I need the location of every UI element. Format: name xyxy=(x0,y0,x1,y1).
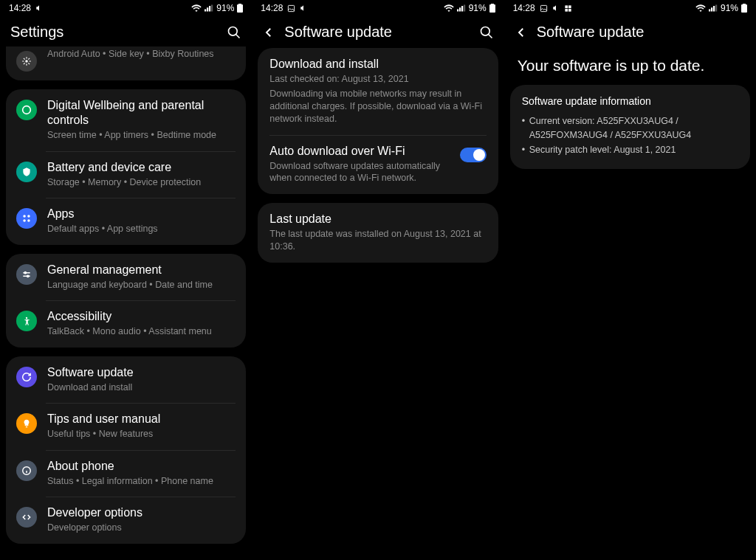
signal-icon xyxy=(709,4,718,12)
status-battery: 91% xyxy=(469,3,487,13)
svg-rect-40 xyxy=(741,4,747,13)
mute-icon xyxy=(35,4,43,12)
svg-rect-26 xyxy=(464,5,465,12)
svg-point-13 xyxy=(27,219,30,222)
item-title: Digital Wellbeing and parental controls xyxy=(47,98,236,128)
item-sub: Download and install xyxy=(47,381,236,395)
setting-auto-download[interactable]: Auto download over Wi-Fi Download softwa… xyxy=(258,135,498,195)
settings-item-developer-options[interactable]: Developer options Developer options xyxy=(6,497,246,544)
item-title: Battery and device care xyxy=(47,160,236,175)
battery-icon xyxy=(741,4,747,13)
svg-rect-39 xyxy=(715,5,717,12)
info-line-version: Current version: A525FXXU3AUG4 / A525FOX… xyxy=(522,114,738,143)
screen-settings: 14:28 91% Settings xyxy=(0,0,252,560)
item-title: Developer options xyxy=(47,505,236,520)
screen-software-update: 14:28 91% Software update xyxy=(252,0,504,560)
page-title: Software update xyxy=(537,24,746,41)
settings-group-general: General management Language and keyboard… xyxy=(6,254,246,348)
item-title: Software update xyxy=(47,365,236,380)
settings-item-about-phone[interactable]: About phone Status • Legal information •… xyxy=(6,450,246,497)
status-bar: 14:28 91% xyxy=(504,0,756,16)
svg-point-17 xyxy=(27,275,29,277)
svg-line-30 xyxy=(488,34,492,38)
svg-rect-31 xyxy=(540,5,546,11)
wellbeing-icon xyxy=(16,100,37,120)
settings-group-care: Digital Wellbeing and parental controls … xyxy=(6,89,246,245)
setting-last-update[interactable]: Last update The last update was installe… xyxy=(258,203,498,263)
svg-point-6 xyxy=(229,27,238,35)
wifi-icon xyxy=(191,4,202,12)
header: Software update xyxy=(504,16,756,48)
svg-rect-22 xyxy=(289,5,295,11)
info-title: Software update information xyxy=(522,95,738,107)
svg-rect-4 xyxy=(237,4,243,13)
settings-item-accessibility[interactable]: Accessibility TalkBack • Mono audio • As… xyxy=(6,300,246,348)
update-info-card: Software update information Current vers… xyxy=(510,85,750,169)
back-button[interactable] xyxy=(262,26,275,39)
setting-download-install[interactable]: Download and install Last checked on: Au… xyxy=(258,48,498,135)
item-sub: Language and keyboard • Date and time xyxy=(47,279,236,292)
svg-rect-36 xyxy=(709,10,710,12)
svg-point-8 xyxy=(25,60,28,63)
item-title: General management xyxy=(47,263,236,277)
status-bar: 14:28 91% xyxy=(252,0,504,16)
item-sub: Developer options xyxy=(47,522,236,535)
screen-software-uptodate: 14:28 91% Sof xyxy=(504,0,756,560)
svg-rect-37 xyxy=(711,7,712,11)
image-icon xyxy=(287,4,295,13)
svg-point-11 xyxy=(27,215,30,218)
search-button[interactable] xyxy=(227,25,241,40)
item-sub: Default apps • App settings xyxy=(47,223,236,236)
settings-group-about: Software update Download and install Tip… xyxy=(6,356,246,544)
svg-point-9 xyxy=(23,106,31,114)
battery-icon xyxy=(489,4,495,13)
svg-line-7 xyxy=(236,34,240,38)
item-sub: Screen time • App timers • Bedtime mode xyxy=(47,129,236,142)
setting-sub-line2: Downloading via mobile networks may resu… xyxy=(269,88,486,125)
svg-point-16 xyxy=(24,272,26,273)
search-button[interactable] xyxy=(479,25,494,40)
item-title: Tips and user manual xyxy=(47,412,236,426)
settings-group-advanced: Android Auto • Side key • Bixby Routines xyxy=(6,46,246,80)
settings-item-tips[interactable]: Tips and user manual Useful tips • New f… xyxy=(6,403,246,450)
setting-title: Download and install xyxy=(269,58,486,71)
svg-rect-28 xyxy=(491,4,494,5)
update-options-card: Download and install Last checked on: Au… xyxy=(258,48,498,194)
developer-options-icon xyxy=(16,507,37,528)
settings-item-software-update[interactable]: Software update Download and install xyxy=(6,356,246,404)
uptodate-headline: Your software is up to date. xyxy=(504,48,756,85)
svg-point-10 xyxy=(23,215,25,218)
settings-item-battery-care[interactable]: Battery and device care Storage • Memory… xyxy=(6,151,246,198)
settings-item-apps[interactable]: Apps Default apps • App settings xyxy=(6,198,246,245)
info-line-security: Security patch level: August 1, 2021 xyxy=(522,143,738,157)
status-bar: 14:28 91% xyxy=(0,0,252,16)
mute-icon xyxy=(552,4,560,12)
svg-rect-38 xyxy=(713,6,715,12)
status-battery: 91% xyxy=(721,3,738,13)
setting-title: Last update xyxy=(269,212,486,226)
image-icon xyxy=(540,4,548,13)
settings-item-advanced-features[interactable]: Android Auto • Side key • Bixby Routines xyxy=(6,46,246,80)
back-button[interactable] xyxy=(515,26,528,39)
advanced-features-icon xyxy=(16,51,37,72)
auto-download-toggle[interactable] xyxy=(460,148,487,162)
mute-icon xyxy=(300,4,307,12)
signal-icon xyxy=(457,4,466,12)
setting-sub: The last update was installed on August … xyxy=(269,228,486,253)
item-title: Apps xyxy=(47,207,236,221)
status-battery: 91% xyxy=(216,3,234,13)
svg-rect-25 xyxy=(461,6,463,12)
status-time: 14:28 xyxy=(261,3,283,13)
svg-rect-23 xyxy=(457,10,458,12)
svg-rect-24 xyxy=(459,7,461,11)
item-sub: TalkBack • Mono audio • Assistant menu xyxy=(47,325,236,339)
settings-item-general-management[interactable]: General management Language and keyboard… xyxy=(6,254,246,301)
svg-rect-41 xyxy=(743,4,746,5)
software-update-icon xyxy=(16,367,37,387)
wifi-icon xyxy=(695,4,706,12)
settings-item-digital-wellbeing[interactable]: Digital Wellbeing and parental controls … xyxy=(6,89,246,151)
svg-rect-5 xyxy=(238,4,241,5)
svg-rect-32 xyxy=(565,5,568,8)
apps-icon xyxy=(16,208,37,229)
header: Software update xyxy=(252,16,504,48)
